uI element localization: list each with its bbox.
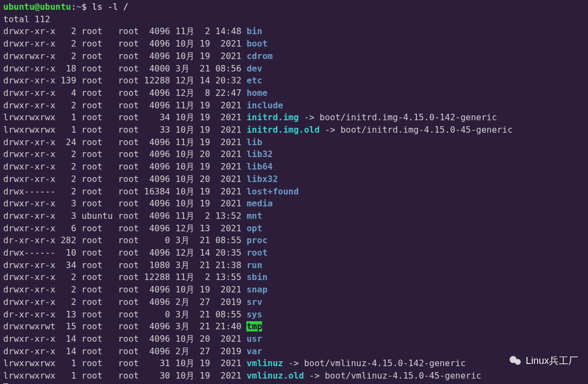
ls-row: drwxr-xr-x 14 root root 4096 2月 27 2019 … bbox=[3, 346, 262, 356]
svg-point-1 bbox=[515, 359, 521, 365]
total-line: total 112 bbox=[3, 14, 50, 24]
ls-row: drwxr-xr-x 2 root root 4096 10月 20 2021 … bbox=[3, 174, 278, 184]
ls-row: lrwxrwxrwx 1 root root 34 10月 19 2021 in… bbox=[3, 112, 497, 122]
ls-row: dr-xr-xr-x 13 root root 0 3月 21 08:55 sy… bbox=[3, 309, 262, 320]
ls-row: drwxr-xr-x 4 root root 4096 12月 8 22:47 … bbox=[3, 88, 267, 98]
ls-row: drwxr-xr-x 2 root root 4096 11月 19 2021 … bbox=[3, 100, 283, 110]
ls-row: drwxr-xr-x 2 root root 4096 2月 27 2019 s… bbox=[3, 297, 262, 307]
ls-row: drwxr-xr-x 2 root root 4096 11月 2 14:48 … bbox=[3, 26, 262, 36]
ls-row: drwx------ 2 root root 16384 10月 19 2021… bbox=[3, 186, 299, 197]
ls-row: lrwxrwxrwx 1 root root 30 10月 19 2021 vm… bbox=[3, 370, 481, 381]
ls-row: drwxr-xr-x 2 root root 4096 10月 20 2021 … bbox=[3, 149, 273, 159]
ls-row: lrwxrwxrwx 1 root root 31 10月 19 2021 vm… bbox=[3, 358, 466, 368]
ls-row: dr-xr-xr-x 282 root root 0 3月 21 08:55 p… bbox=[3, 235, 267, 245]
ls-row: drwxr-xr-x 3 root root 4096 10月 19 2021 … bbox=[3, 198, 273, 209]
ls-row: drwxrwxrwt 15 root root 4096 3月 21 21:40… bbox=[3, 321, 262, 331]
watermark: Linux兵工厂 bbox=[508, 354, 578, 368]
ls-row: drwxr-xr-x 2 root root 12288 11月 2 13:55… bbox=[3, 272, 267, 282]
ls-row: drwx------ 10 root root 4096 12月 14 20:3… bbox=[3, 248, 267, 258]
ls-row: drwxr-xr-x 18 root root 4000 3月 21 08:56… bbox=[3, 63, 262, 74]
ls-row: drwxr-xr-x 139 root root 12288 12月 14 20… bbox=[3, 75, 262, 86]
command-text: ls -l / bbox=[92, 2, 128, 12]
ls-row: drwxr-xr-x 24 root root 4096 11月 19 2021… bbox=[3, 137, 262, 147]
terminal-output[interactable]: ubuntu@ubuntu:~$ ls -l / total 112 drwxr… bbox=[0, 0, 588, 384]
ls-row: drwxr-xr-x 6 root root 4096 12月 13 2021 … bbox=[3, 223, 262, 233]
ls-row: drwxr-xr-x 2 root root 4096 10月 19 2021 … bbox=[3, 161, 273, 172]
ls-row: drwxrwxr-x 2 root root 4096 10月 19 2021 … bbox=[3, 51, 273, 61]
ls-row: lrwxrwxrwx 1 root root 33 10月 19 2021 in… bbox=[3, 125, 513, 135]
ls-row: drwxr-xr-x 2 root root 4096 10月 19 2021 … bbox=[3, 284, 267, 295]
prompt: ubuntu@ubuntu:~$ ls -l / bbox=[3, 2, 128, 12]
ls-row: drwxr-xr-x 2 root root 4096 10月 19 2021 … bbox=[3, 38, 267, 49]
ls-row: drwxr-xr-x 14 root root 4096 10月 20 2021… bbox=[3, 334, 262, 344]
wechat-icon bbox=[508, 354, 522, 368]
ls-row: drwxr-xr-x 34 root root 1080 3月 21 21:38… bbox=[3, 260, 262, 270]
ls-row: drwxr-xr-x 3 ubuntu root 4096 11月 2 13:5… bbox=[3, 211, 262, 221]
